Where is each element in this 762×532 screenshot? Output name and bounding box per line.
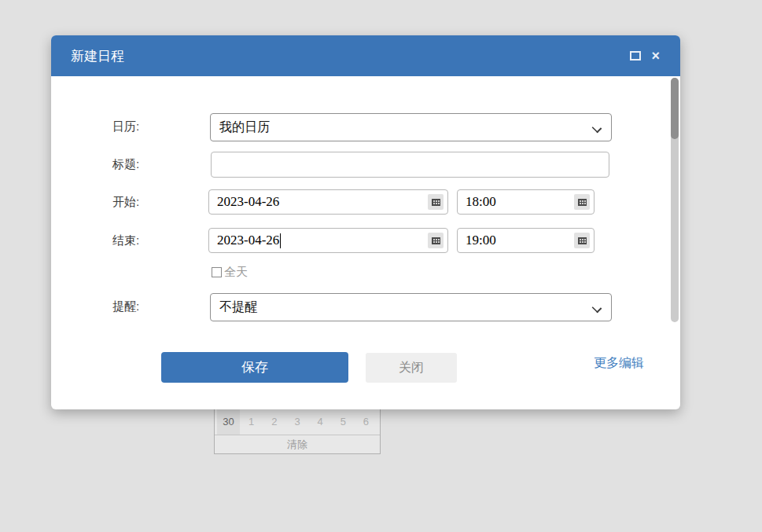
start-date-calendar-button[interactable] xyxy=(428,194,444,210)
dialog-titlebar: 新建日程 × xyxy=(51,35,680,76)
chevron-down-icon xyxy=(592,303,602,314)
calendar-select[interactable]: 我的日历 xyxy=(210,113,612,141)
end-date-input[interactable]: 2023-04-26 xyxy=(208,228,448,253)
calendar-grid-icon xyxy=(578,237,587,244)
reminder-select-value: 不提醒 xyxy=(219,299,257,316)
maximize-icon[interactable] xyxy=(630,51,641,61)
scrollbar-track[interactable] xyxy=(671,78,679,322)
dialog-title: 新建日程 xyxy=(71,47,124,65)
end-date-calendar-button[interactable] xyxy=(428,233,444,248)
close-icon[interactable]: × xyxy=(651,49,660,63)
end-label: 结束: xyxy=(112,233,139,248)
start-time-value: 18:00 xyxy=(466,194,496,210)
more-edit-link[interactable]: 更多编辑 xyxy=(594,355,644,372)
background-datepicker: 30 1 2 3 4 5 6 清除 xyxy=(214,405,381,454)
all-day-row[interactable]: 全天 xyxy=(212,265,248,280)
calendar-grid-icon xyxy=(432,199,440,206)
datepicker-day[interactable]: 2 xyxy=(263,409,285,435)
datepicker-day[interactable]: 1 xyxy=(240,409,263,435)
new-event-dialog: 新建日程 × 日历: 我的日历 标题: 开始: 2023-04-26 18:00… xyxy=(51,35,680,409)
end-time-value: 19:00 xyxy=(466,233,496,248)
calendar-label: 日历: xyxy=(112,119,139,134)
calendar-grid-icon xyxy=(432,237,440,244)
reminder-label: 提醒: xyxy=(112,299,139,314)
end-time-input[interactable]: 19:00 xyxy=(457,228,595,253)
title-label: 标题: xyxy=(112,157,139,171)
calendar-grid-icon xyxy=(578,199,587,206)
all-day-checkbox[interactable] xyxy=(212,267,222,277)
datepicker-day[interactable]: 5 xyxy=(332,409,355,435)
end-time-picker-button[interactable] xyxy=(574,233,590,248)
window-controls: × xyxy=(630,35,660,76)
datepicker-day[interactable]: 30 xyxy=(217,409,240,435)
start-label: 开始: xyxy=(112,195,139,209)
save-button[interactable]: 保存 xyxy=(161,352,348,383)
start-time-input[interactable]: 18:00 xyxy=(457,189,595,215)
datepicker-clear-button[interactable]: 清除 xyxy=(215,435,380,453)
end-date-value: 2023-04-26 xyxy=(217,233,279,248)
datepicker-day[interactable]: 6 xyxy=(355,409,377,435)
calendar-select-value: 我的日历 xyxy=(219,119,270,136)
chevron-down-icon xyxy=(592,123,602,134)
reminder-select[interactable]: 不提醒 xyxy=(210,293,612,321)
start-date-input[interactable]: 2023-04-26 xyxy=(208,189,448,215)
datepicker-day-row: 30 1 2 3 4 5 6 xyxy=(215,405,380,435)
title-input[interactable] xyxy=(211,152,609,178)
start-time-picker-button[interactable] xyxy=(574,194,590,210)
text-caret xyxy=(280,233,281,248)
scrollbar-thumb[interactable] xyxy=(671,78,679,139)
start-date-value: 2023-04-26 xyxy=(217,194,279,210)
datepicker-day[interactable]: 3 xyxy=(285,409,308,435)
all-day-label: 全天 xyxy=(224,265,248,280)
close-button[interactable]: 关闭 xyxy=(366,353,457,383)
datepicker-day[interactable]: 4 xyxy=(309,409,332,435)
